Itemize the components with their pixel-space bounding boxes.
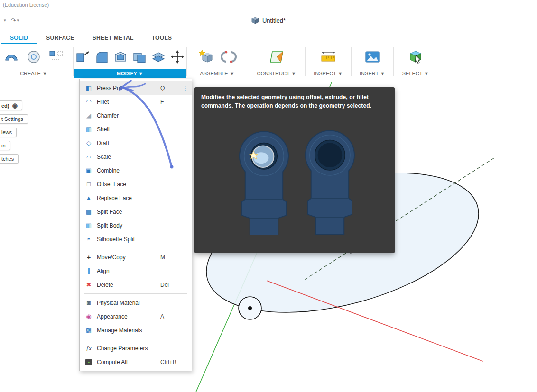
radio-visibility-icon[interactable]: ◉ xyxy=(12,102,18,109)
quick-access-toolbar: ▾ ↷ ▾ Untitled* xyxy=(0,9,537,31)
select-cursor-icon[interactable] xyxy=(407,48,425,66)
workspace-tab-bar: SOLID SURFACE SHEET METAL TOOLS xyxy=(0,31,537,44)
shortcut-label: Ctrl+B xyxy=(160,359,182,365)
change-parameters-icon: ƒx xyxy=(84,346,93,351)
combine-ribbon-icon[interactable] xyxy=(131,48,148,66)
menu-item-draft[interactable]: ◇Draft xyxy=(80,136,192,150)
inspect-group-label[interactable]: INSPECT ▼ xyxy=(306,69,351,78)
browser-item-label: in xyxy=(1,143,6,148)
menu-item-label: Split Body xyxy=(97,222,160,229)
menu-item-label: Chamfer xyxy=(97,112,160,119)
overflow-menu-icon[interactable]: ⋮ xyxy=(182,84,188,91)
create-group-label[interactable]: CREATE ▼ xyxy=(0,69,73,78)
menu-item-align[interactable]: ∥Align xyxy=(80,264,192,278)
menu-separator xyxy=(84,293,187,294)
menu-item-physical-material[interactable]: ◙Physical Material xyxy=(80,296,192,310)
menu-item-label: Move/Copy xyxy=(97,254,160,261)
menu-item-label: Align xyxy=(97,268,160,274)
menu-item-offset-face[interactable]: □Offset Face xyxy=(80,177,192,191)
ribbon-group-assemble: ASSEMBLE ▼ xyxy=(187,44,248,78)
browser-item-iews[interactable]: iews xyxy=(0,128,17,137)
menu-item-press-pull[interactable]: ◧Press PullQ⋮ xyxy=(80,81,192,95)
insert-image-icon[interactable] xyxy=(363,48,381,66)
joint-icon[interactable] xyxy=(220,48,238,66)
menu-item-scale[interactable]: ▱Scale xyxy=(80,150,192,164)
move-copy-icon: + xyxy=(84,254,93,261)
tab-tools[interactable]: TOOLS xyxy=(143,31,181,44)
menu-item-chamfer[interactable]: ◢Chamfer xyxy=(80,109,192,122)
menu-item-label: Press Pull xyxy=(97,85,160,91)
menu-item-label: Delete xyxy=(97,282,160,288)
scale-icon: ▱ xyxy=(84,154,93,160)
insert-group-label[interactable]: INSERT ▼ xyxy=(352,69,393,78)
construct-group-label[interactable]: CONSTRUCT ▼ xyxy=(248,69,305,78)
menu-item-label: Draft xyxy=(97,140,160,146)
menu-item-split-body[interactable]: ▥Split Body xyxy=(80,219,192,232)
menu-item-change-parameters[interactable]: ƒxChange Parameters xyxy=(80,341,192,355)
pattern-icon[interactable] xyxy=(47,48,65,66)
extrude-circle-icon[interactable] xyxy=(25,48,43,66)
redo-button[interactable]: ↷ ▾ xyxy=(11,17,19,24)
tab-surface[interactable]: SURFACE xyxy=(37,31,83,44)
menu-item-appearance[interactable]: ◉AppearanceA xyxy=(80,310,192,323)
tab-sheet-metal[interactable]: SHEET METAL xyxy=(83,31,143,44)
browser-item-label: iews xyxy=(1,129,12,135)
ribbon-group-construct: CONSTRUCT ▼ xyxy=(248,44,305,78)
menu-item-split-face[interactable]: ▤Split Face xyxy=(80,205,192,219)
tab-solid[interactable]: SOLID xyxy=(1,31,37,44)
ribbon-group-modify: MODIFY ▼ xyxy=(74,44,186,78)
menu-item-shell[interactable]: ▦Shell xyxy=(80,122,192,136)
menu-item-manage-materials[interactable]: ▩Manage Materials xyxy=(80,323,192,337)
shell-ribbon-icon[interactable] xyxy=(112,48,129,66)
construction-plane-icon[interactable] xyxy=(268,48,286,66)
combine-icon: ▣ xyxy=(84,167,93,173)
menu-item-label: Appearance xyxy=(97,313,160,320)
menu-item-fillet[interactable]: ◠FilletF xyxy=(80,95,192,109)
undo-dropdown-button[interactable]: ▾ xyxy=(4,18,6,23)
ribbon-group-select: SELECT ▼ xyxy=(394,44,437,78)
menu-item-label: Combine xyxy=(97,167,160,174)
menu-item-label: Compute All xyxy=(97,359,160,365)
menu-item-replace-face[interactable]: ▲Replace Face xyxy=(80,191,192,205)
browser-item-ed[interactable]: ed)◉ xyxy=(0,100,22,110)
menu-item-label: Fillet xyxy=(97,99,160,105)
modify-group-label[interactable]: MODIFY ▼ xyxy=(74,69,186,78)
manage-materials-icon: ▩ xyxy=(84,327,93,333)
assemble-group-label[interactable]: ASSEMBLE ▼ xyxy=(187,69,248,78)
browser-item-in[interactable]: in xyxy=(0,141,10,150)
browser-item-tches[interactable]: tches xyxy=(0,154,19,164)
shortcut-label: M xyxy=(160,254,182,261)
menu-item-label: Manage Materials xyxy=(97,327,160,334)
browser-item-label: tches xyxy=(1,156,14,162)
press-pull-ribbon-icon[interactable] xyxy=(74,48,91,66)
menu-item-combine[interactable]: ▣Combine xyxy=(80,164,192,177)
menu-item-silhouette-split[interactable]: ◓Silhouette Split xyxy=(80,232,192,246)
replace-face-icon: ▲ xyxy=(84,195,93,201)
browser-item-label: t Settings xyxy=(1,116,23,122)
menu-item-compute-all[interactable]: ●Compute AllCtrl+B xyxy=(80,355,192,369)
revolve-icon[interactable] xyxy=(2,48,20,66)
menu-item-delete[interactable]: ✖DeleteDel xyxy=(80,278,192,292)
new-component-icon[interactable] xyxy=(197,48,215,66)
select-group-label[interactable]: SELECT ▼ xyxy=(394,69,437,78)
press-pull-tooltip: Modifies the selected geometry using off… xyxy=(194,87,395,253)
ribbon-group-create: CREATE ▼ xyxy=(0,44,73,78)
sketch-small-circle-center[interactable] xyxy=(248,306,252,310)
split-body-ribbon-icon[interactable] xyxy=(150,48,167,66)
split-body-icon: ▥ xyxy=(84,222,93,228)
browser-item-t-settings[interactable]: t Settings xyxy=(0,114,28,124)
menu-item-label: Change Parameters xyxy=(97,345,160,352)
tooltip-description: Modifies the selected geometry using off… xyxy=(201,93,388,110)
menu-item-label: Replace Face xyxy=(97,195,160,201)
fillet-ribbon-icon[interactable] xyxy=(93,48,110,66)
menu-item-move-copy[interactable]: +Move/CopyM xyxy=(80,250,192,264)
menu-item-label: Physical Material xyxy=(97,300,160,306)
measure-icon[interactable] xyxy=(319,48,337,66)
physical-material-icon: ◙ xyxy=(84,300,93,306)
menu-item-label: Offset Face xyxy=(97,181,160,188)
draft-icon: ◇ xyxy=(84,140,93,146)
redo-icon: ↷ xyxy=(11,17,16,24)
shortcut-label: Q xyxy=(160,85,182,91)
move-copy-ribbon-icon[interactable] xyxy=(169,48,185,66)
appearance-icon: ◉ xyxy=(84,313,93,319)
